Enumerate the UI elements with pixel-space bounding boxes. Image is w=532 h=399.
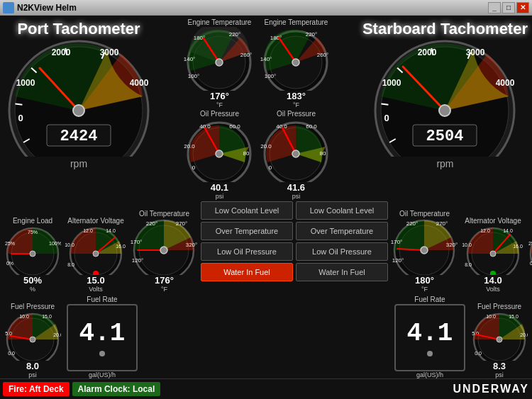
port-alt-voltage-gauge: 8.0 10.0 12.0 14.0 16.0 <box>64 225 128 275</box>
svg-point-94 <box>160 247 167 254</box>
svg-text:20.0: 20.0 <box>53 332 61 337</box>
maximize-button[interactable]: □ <box>502 2 515 13</box>
svg-text:0%: 0% <box>6 261 13 266</box>
port-fuel-rate-value: 4.1 <box>79 319 126 348</box>
svg-text:1000: 1000 <box>16 78 35 88</box>
svg-point-33 <box>292 59 299 66</box>
port-low-oil-btn[interactable]: Low Oil Pressure <box>201 242 293 261</box>
stbd-oil-temp-value: 180° <box>415 275 434 286</box>
stbd-rpm-label: rpm <box>436 158 453 169</box>
svg-text:270°: 270° <box>176 220 188 227</box>
title-bar: N2KView Helm _ □ ✕ <box>0 0 532 16</box>
port-fuel-pressure-value: 8.0 <box>26 361 39 371</box>
svg-text:4000: 4000 <box>496 78 515 88</box>
port-rpm-label: rpm <box>70 158 87 169</box>
stbd-over-temp-btn[interactable]: Over Temperature <box>296 222 388 240</box>
stbd-water-fuel-btn[interactable]: Water In Fuel <box>296 263 388 281</box>
stbd-fuel-pressure-unit: psi <box>495 371 504 378</box>
svg-text:5.0: 5.0 <box>5 331 12 336</box>
svg-point-85 <box>93 251 99 257</box>
port-fuel-rate-section: Fuel Rate 4.1 gal(US)/h <box>67 296 138 378</box>
svg-text:15.0: 15.0 <box>509 314 519 319</box>
port-oil-pressure-label: Oil Pressure <box>200 110 239 118</box>
port-fuel-pressure-label: Fuel Pressure <box>11 303 55 310</box>
status-bar: Fire: Aft Deck Alarm Clock: Local UNDERW… <box>0 378 532 398</box>
port-engine-temp-unit: °F <box>216 101 223 108</box>
svg-text:12.0: 12.0 <box>480 228 490 233</box>
svg-text:40.0: 40.0 <box>277 123 288 130</box>
svg-text:10.0: 10.0 <box>486 314 496 319</box>
stbd-fuel-pressure-gauge: 0.0 5.0 10.0 15.0 20.0 <box>471 311 528 361</box>
port-engine-load: Engine Load 0% 25% 75% 100% 50% % <box>4 217 61 293</box>
stbd-fuel-rate-display: 4.1 <box>394 304 465 371</box>
stbd-alarms: Low Coolant Level Over Temperature Low O… <box>296 201 388 281</box>
svg-text:60.0: 60.0 <box>306 123 318 130</box>
stbd-oil-pressure-unit: psi <box>292 193 301 200</box>
stbd-oil-pressure: Oil Pressure 0 20.0 40.0 60.0 80 <box>260 110 331 200</box>
stbd-engine-temp-value: 183° <box>287 91 306 101</box>
svg-text:0: 0 <box>192 164 196 171</box>
minimize-button[interactable]: _ <box>488 2 501 13</box>
stbd-alt-voltage: Alternator Voltage 8.0 10.0 12.0 14.0 16… <box>461 217 525 293</box>
port-alt-voltage-value: 15.0 <box>87 275 104 286</box>
svg-point-42 <box>216 150 223 157</box>
port-water-fuel-btn[interactable]: Water In Fuel <box>201 263 293 281</box>
svg-text:3000: 3000 <box>466 47 485 57</box>
underway-status: UNDERWAY <box>453 383 529 395</box>
stbd-low-coolant-btn[interactable]: Low Coolant Level <box>296 201 388 220</box>
svg-point-113 <box>490 251 496 257</box>
svg-text:75%: 75% <box>28 230 38 235</box>
close-button[interactable]: ✕ <box>516 2 529 13</box>
svg-text:0: 0 <box>18 113 23 123</box>
svg-text:2000: 2000 <box>52 47 71 57</box>
stbd-alt-voltage-value: 14.0 <box>484 275 501 286</box>
port-low-coolant-btn[interactable]: Low Coolant Level <box>201 201 293 220</box>
port-oil-temp-unit: °F <box>161 286 167 293</box>
svg-text:60.0: 60.0 <box>230 123 241 130</box>
svg-point-13 <box>73 105 84 116</box>
stbd-alt-voltage-gauge: 8.0 10.0 12.0 14.0 16.0 <box>461 225 525 275</box>
port-oil-pressure-unit: psi <box>216 193 224 200</box>
port-oil-temp: Oil Temperature 120° 170° 220° 270° 320° <box>131 210 198 293</box>
svg-point-75 <box>30 251 35 257</box>
stbd-fuel-pressure: Fuel Pressure 0.0 5.0 10.0 15.0 20.0 8.3… <box>471 303 528 378</box>
svg-text:15.0: 15.0 <box>42 314 52 319</box>
svg-text:2424: 2424 <box>60 128 98 145</box>
svg-text:220°: 220° <box>406 220 419 227</box>
svg-text:320°: 320° <box>446 242 458 248</box>
svg-text:14.0: 14.0 <box>503 228 513 233</box>
svg-text:100°: 100° <box>265 73 277 79</box>
port-engine-load-unit: % <box>30 286 35 293</box>
port-tachometer-section: Port Tachometer <box>4 18 153 169</box>
stbd-oil-temp: Oil Temperature 120° 170° 220° 270° 320° <box>391 210 458 293</box>
stbd-oil-pressure-gauge: 0 20.0 40.0 60.0 80 <box>260 118 331 182</box>
alarm-status[interactable]: Alarm Clock: Local <box>72 382 161 396</box>
stbd-low-oil-btn[interactable]: Low Oil Pressure <box>296 242 388 261</box>
svg-text:3000: 3000 <box>100 47 119 57</box>
svg-text:10.0: 10.0 <box>462 242 472 247</box>
port-engine-load-gauge: 0% 25% 75% 100% <box>4 225 61 275</box>
port-alt-voltage-unit: Volts <box>89 286 103 293</box>
port-over-temp-btn[interactable]: Over Temperature <box>201 222 293 240</box>
svg-text:320°: 320° <box>186 242 198 248</box>
stbd-engine-temp-label: Engine Temperature <box>265 18 328 26</box>
fire-alert[interactable]: Fire: Aft Deck <box>3 382 70 396</box>
stbd-fuel-rate-value: 4.1 <box>407 319 453 348</box>
port-oil-pressure-value: 40.1 <box>211 182 228 193</box>
svg-text:0: 0 <box>384 113 389 123</box>
svg-text:170°: 170° <box>131 239 142 245</box>
svg-text:170°: 170° <box>391 239 402 245</box>
stbd-tach-title: Starboard Tachometer <box>362 20 528 38</box>
port-engine-temp-value: 176° <box>210 91 229 101</box>
svg-text:25%: 25% <box>5 241 15 246</box>
svg-text:10.0: 10.0 <box>19 314 29 319</box>
svg-text:1000: 1000 <box>382 78 401 88</box>
svg-text:16.0: 16.0 <box>513 244 523 249</box>
svg-line-55 <box>382 104 389 105</box>
svg-text:260°: 260° <box>317 52 329 58</box>
port-fuel-rate-display: 4.1 <box>67 304 138 371</box>
svg-text:2504: 2504 <box>426 128 464 145</box>
svg-text:220°: 220° <box>306 31 318 38</box>
stbd-oil-pressure-value: 41.6 <box>287 182 305 193</box>
svg-point-51 <box>292 150 299 157</box>
